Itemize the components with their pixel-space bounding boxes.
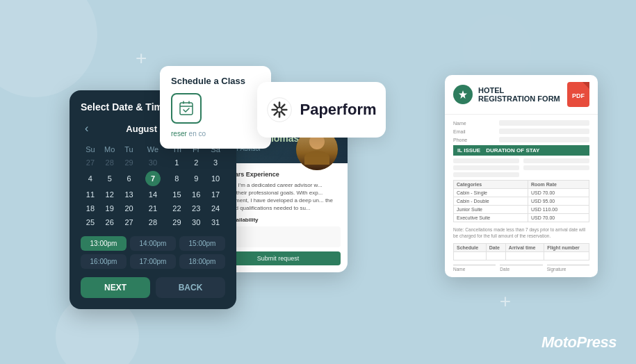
time-slot[interactable]: 15:00pm (179, 236, 225, 251)
calendar-grid: SuMoTuWeThFrSa 2728293012345678910111213… (81, 143, 225, 229)
hotel-note: Note: Cancellations made less than 7 day… (453, 226, 589, 239)
hotel-signatures-table: Schedule Date Arrival time Flight number (453, 243, 589, 260)
next-button[interactable]: NEXT (81, 277, 150, 298)
hotel-body: Name Email Phone IL ISSUE DURATION OF ST… (445, 115, 598, 277)
hotel-name-row: Name (453, 120, 589, 126)
hotel-signature-area: Name Date Signature (453, 265, 589, 272)
motopress-text: MotoPress (541, 333, 617, 351)
hotel-header: HOTEL REGISTRATION FORM PDF (445, 75, 598, 115)
hotel-phone-row: Phone (453, 137, 589, 142)
hotel-address-area (453, 158, 589, 177)
hotel-card: HOTEL REGISTRATION FORM PDF Name Email P… (445, 75, 598, 277)
paperform-logo: Paperform (266, 97, 376, 123)
time-slot[interactable]: 17:00pm (130, 254, 176, 269)
paperform-card: Paperform (257, 82, 386, 138)
svg-rect-0 (180, 103, 193, 115)
hotel-logo (453, 85, 473, 104)
hotel-section1: IL ISSUE (457, 147, 480, 154)
prev-month-button[interactable]: ‹ (81, 121, 92, 136)
calendar-buttons: NEXT BACK (81, 277, 225, 298)
hotel-section-header: IL ISSUE DURATION OF STAY (453, 145, 589, 156)
pdf-label: PDF (572, 92, 585, 99)
hotel-room-table: Categories Room Rate Cabin - SingleUSD 7… (453, 180, 589, 222)
time-slot[interactable]: 16:00pm (81, 254, 127, 269)
motopress-logo: MotoPress (541, 333, 617, 351)
person-body (304, 151, 329, 165)
paperform-text: Paperform (300, 101, 376, 119)
pdf-badge: PDF (567, 82, 589, 107)
schedule-subtext: reser en co (171, 129, 260, 139)
time-slot[interactable]: 18:00pm (179, 254, 225, 269)
paperform-icon (266, 97, 293, 123)
hotel-email-row: Email (453, 129, 589, 134)
schedule-icon (171, 93, 202, 124)
time-slot[interactable]: 14:00pm (130, 236, 176, 251)
schedule-text-2: en co (189, 130, 206, 138)
schedule-text-highlight: reser (171, 130, 187, 138)
cards-area: Select Date & Time ‹ August 2023 › SuMoT… (0, 0, 636, 364)
time-slots: 13:00pm14:00pm15:00pm16:00pm17:00pm18:00… (81, 236, 225, 269)
hotel-title: HOTEL REGISTRATION FORM (478, 86, 562, 103)
schedule-card: Schedule a Class reser en co (160, 66, 271, 149)
back-button[interactable]: BACK (156, 277, 225, 298)
schedule-title: Schedule a Class (171, 76, 260, 86)
hotel-section2: DURATION OF STAY (486, 147, 539, 154)
time-slot[interactable]: 13:00pm (81, 236, 127, 251)
